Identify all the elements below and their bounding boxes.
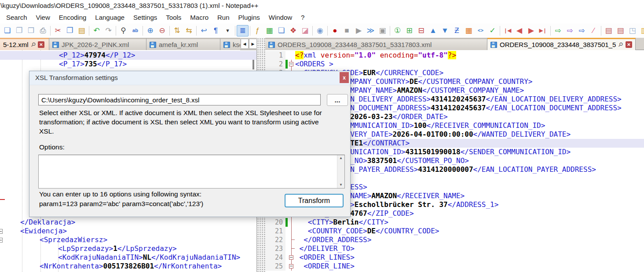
transform-button[interactable]: Transform xyxy=(285,194,344,207)
validate-check-button[interactable]: ✓ xyxy=(487,25,498,36)
zoom-in-button[interactable]: ⊕ xyxy=(144,25,156,36)
xml-tools-button[interactable]: <> xyxy=(475,25,487,36)
menu-item-macro[interactable]: Macro xyxy=(186,12,213,22)
tab-close-icon[interactable]: ✕ xyxy=(38,41,44,48)
nav-prev-button[interactable]: ◀ xyxy=(513,25,525,36)
scroll-up-icon[interactable]: ▲ xyxy=(337,155,344,161)
tab-left-3[interactable]: kse xyxy=(220,38,240,50)
menu-item-plugins[interactable]: Plugins xyxy=(234,12,264,22)
menu-item-run[interactable]: Run xyxy=(213,12,234,22)
cut-button[interactable]: ✂ xyxy=(52,25,64,36)
menu-item--[interactable]: ? xyxy=(296,12,309,22)
copy-button[interactable]: ❐ xyxy=(64,25,76,36)
menu-item-settings[interactable]: Settings xyxy=(129,12,161,22)
macro-save-button[interactable]: ▣ xyxy=(377,25,388,36)
document-list-button[interactable]: ❏ xyxy=(275,25,287,36)
menu-item-search[interactable]: Search xyxy=(2,12,32,22)
menu-item-tools[interactable]: Tools xyxy=(161,12,186,22)
sync-horizontal-button[interactable]: ⇆ xyxy=(183,25,195,36)
word-wrap-icon: ↩ xyxy=(201,27,207,34)
menu-item-language[interactable]: Language xyxy=(91,12,129,22)
document-map-button[interactable]: ▦ xyxy=(263,25,275,36)
window-title: \kguzy\Downloads\ORDERS_109008_233448_38… xyxy=(0,0,644,11)
code-line: </Deklaracja> xyxy=(0,218,256,227)
redo-button[interactable]: ↷ xyxy=(102,25,114,36)
xsl-path-input[interactable] xyxy=(38,94,321,105)
fold-margin[interactable] xyxy=(288,262,295,271)
function-list-button[interactable]: ƒ xyxy=(252,25,263,36)
fold-margin[interactable] xyxy=(288,51,295,60)
print-button[interactable]: ⎙ xyxy=(37,25,49,36)
compare-button[interactable]: ⊞ xyxy=(403,25,415,36)
fold-margin[interactable] xyxy=(288,218,295,227)
browse-button[interactable]: ... xyxy=(327,94,348,106)
fold-margin[interactable] xyxy=(288,227,295,236)
menu-item-encoding[interactable]: Encoding xyxy=(55,12,91,22)
compare-clear-button[interactable]: ⊟ xyxy=(415,25,427,36)
macro-play-button[interactable]: ▶ xyxy=(353,25,365,36)
fold-margin[interactable] xyxy=(288,253,295,262)
tab-scroll-buttons: ◀ ▶ xyxy=(241,39,257,49)
save-file-button[interactable]: ❐ xyxy=(13,25,25,36)
scroll-down-icon[interactable]: ▼ xyxy=(337,182,344,188)
tab-left-1[interactable]: JPK_2026-2_PINK.xml xyxy=(49,38,146,50)
fold-margin[interactable] xyxy=(288,236,295,244)
folder-as-workspace-button[interactable]: ◪ xyxy=(299,25,311,36)
tab-label: JPK_2026-2_PINK.xml xyxy=(62,41,129,48)
symbols-dropdown-button[interactable]: ▾ xyxy=(222,25,234,36)
tab-right-1[interactable]: ORDERS_109008_233448_3837501_53317803 (1… xyxy=(487,38,636,50)
macro-record-button[interactable]: ● xyxy=(329,25,341,36)
zoom-out-button[interactable]: ⊖ xyxy=(156,25,168,36)
word-wrap-button[interactable]: ↩ xyxy=(198,25,210,36)
fold-collapse-icon xyxy=(289,255,293,260)
text-summary-button[interactable]: ▤ xyxy=(603,25,615,36)
text-report-button[interactable]: ▤ xyxy=(615,25,626,36)
move-down-button[interactable]: ▼ xyxy=(439,25,451,36)
fold-margin[interactable] xyxy=(288,60,295,69)
macro-stop-button[interactable]: ■ xyxy=(341,25,353,36)
save-all-icon: ❒ xyxy=(28,27,34,34)
new-file-icon: ❏ xyxy=(4,27,11,34)
import-purple-button[interactable]: ⇨ xyxy=(564,25,576,36)
find-button[interactable]: ⚲ xyxy=(117,25,129,36)
pin-icon[interactable]: ⚲ xyxy=(617,41,625,48)
sync-vertical-button[interactable]: ⇅ xyxy=(171,25,183,36)
clear-marks-button[interactable]: ∕ xyxy=(588,25,600,36)
fold-margin[interactable] xyxy=(288,244,295,253)
replace-button[interactable]: ab xyxy=(129,25,141,36)
undo-button[interactable]: ↶ xyxy=(91,25,102,36)
tab-left-2[interactable]: amefa_kr.xml xyxy=(146,38,220,50)
line-number: 25 xyxy=(265,262,285,271)
tab-left-0[interactable]: 5-12.xml⚲✕ xyxy=(0,38,49,50)
move-up-button[interactable]: ▲ xyxy=(427,25,439,36)
hint-lamp-button[interactable]: ▥ xyxy=(638,25,644,36)
nav-next-button[interactable]: ▶ xyxy=(525,25,537,36)
tab-scroll-right-button[interactable]: ▶ xyxy=(249,39,257,49)
import-green-button[interactable]: ⇨ xyxy=(552,25,564,36)
dialog-titlebar[interactable]: XSL Transformation settings x xyxy=(29,71,350,85)
tab-scroll-left-button[interactable]: ◀ xyxy=(241,39,249,49)
tab-close-icon[interactable]: ✕ xyxy=(626,41,632,48)
options-textarea[interactable] xyxy=(39,155,337,188)
indent-guide-button[interactable]: ≣ xyxy=(237,25,249,36)
textarea-scrollbar[interactable]: ▲ ▼ xyxy=(337,155,344,188)
doc-preview-button[interactable]: ◳ xyxy=(626,25,638,36)
collapse-block-button[interactable]: Ƶ xyxy=(451,25,463,36)
nav-first-button[interactable]: ❘◀ xyxy=(501,25,513,36)
pin-icon[interactable]: ⚲ xyxy=(29,41,37,48)
import-blue-button[interactable]: ⇨ xyxy=(576,25,588,36)
save-all-button[interactable]: ❒ xyxy=(25,25,37,36)
nav-last-button[interactable]: ▶❘ xyxy=(537,25,549,36)
document-switcher-button[interactable]: ❖ xyxy=(287,25,299,36)
show-symbols-button[interactable]: ¶ xyxy=(210,25,222,36)
menu-item-view[interactable]: View xyxy=(32,12,55,22)
dialog-close-icon[interactable]: x xyxy=(340,72,349,83)
tab-right-0[interactable]: ORDERS_109008_233448_3837501_53317803.xm… xyxy=(265,38,487,50)
menu-item-window[interactable]: Window xyxy=(264,12,296,22)
macro-run-button[interactable]: ≫ xyxy=(365,25,377,36)
paste-button[interactable]: ▤ xyxy=(76,25,88,36)
bookmark-doc-button[interactable]: ① xyxy=(392,25,403,36)
new-file-button[interactable]: ❏ xyxy=(1,25,13,36)
monitoring-eye-button[interactable]: ◉ xyxy=(314,25,326,36)
color-grid-button[interactable]: ▦ xyxy=(463,25,475,36)
